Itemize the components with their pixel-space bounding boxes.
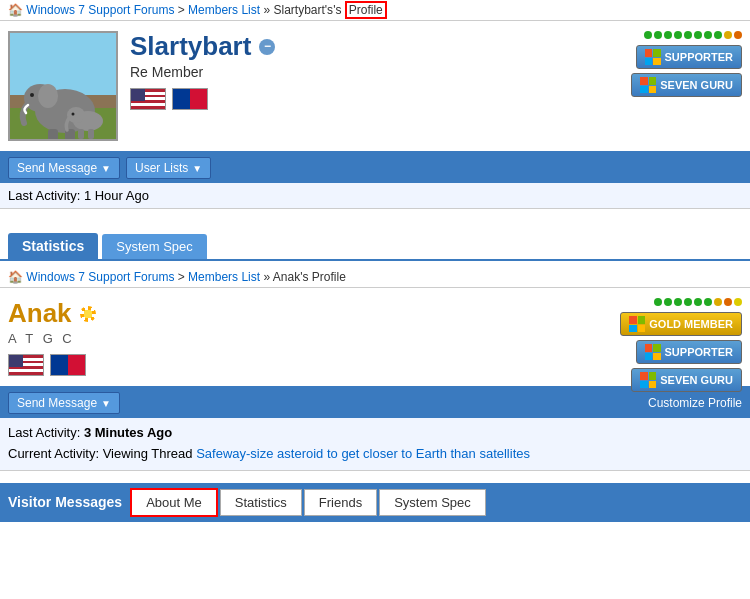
- send-message-arrow2: ▼: [101, 398, 111, 409]
- send-message-btn1[interactable]: Send Message ▼: [8, 157, 120, 179]
- send-message-arrow1: ▼: [101, 163, 111, 174]
- dot7: [704, 31, 712, 39]
- flag-pa1: [172, 88, 208, 110]
- customize-profile-btn[interactable]: Customize Profile: [648, 396, 742, 410]
- forum-link1[interactable]: Windows 7 Support Forums: [26, 3, 174, 17]
- win-icon-gm: [629, 316, 645, 332]
- svg-rect-12: [78, 129, 84, 139]
- visitor-section: Visitor Messages About Me Statistics Fri…: [0, 483, 750, 522]
- profile-crumb2: Anak's Profile: [273, 270, 346, 284]
- dot2-7: [714, 298, 722, 306]
- dot5: [684, 31, 692, 39]
- system-spec-tab[interactable]: System Spec: [102, 234, 207, 259]
- dot6: [694, 31, 702, 39]
- avatar1: [8, 31, 118, 141]
- members-link1[interactable]: Members List: [188, 3, 260, 17]
- tab-statistics[interactable]: Statistics: [220, 489, 302, 516]
- flag-pa2: [50, 354, 86, 376]
- profile-section2: Anak A T G C GOLD MEMBER: [0, 288, 750, 388]
- supporter-badge1[interactable]: SUPPORTER: [636, 45, 742, 69]
- rep-dots1: [642, 31, 742, 39]
- dot2: [654, 31, 662, 39]
- stats-label: Statistics: [8, 233, 98, 259]
- profile-name-crumb1: Slartybart's: [273, 3, 333, 17]
- dot9: [724, 31, 732, 39]
- breadcrumb1: 🏠 Windows 7 Support Forums > Members Lis…: [0, 0, 750, 21]
- flag-us2: [8, 354, 44, 376]
- svg-rect-13: [88, 129, 94, 139]
- dot10: [734, 31, 742, 39]
- dot2-6: [704, 298, 712, 306]
- svg-rect-6: [48, 129, 58, 141]
- home-icon2: 🏠: [8, 270, 23, 284]
- seven-guru-badge2[interactable]: SEVEN GURU: [631, 368, 742, 392]
- supporter-badge2[interactable]: SUPPORTER: [636, 340, 742, 364]
- svg-point-5: [38, 84, 58, 108]
- dot4: [674, 31, 682, 39]
- visitor-messages-label: Visitor Messages: [8, 494, 122, 510]
- win-icon-g2: [640, 372, 656, 388]
- win-icon-g1: [640, 77, 656, 93]
- activity-link[interactable]: Safeway-size asteroid to get closer to E…: [196, 446, 530, 461]
- badges-right1: SUPPORTER SEVEN GURU: [631, 31, 742, 97]
- flag-us1: [130, 88, 166, 110]
- profile-section1: Slartybart − Re Member: [0, 21, 750, 153]
- action-bar1: Send Message ▼ User Lists ▼: [0, 153, 750, 183]
- spin-icon2: [80, 306, 96, 322]
- tab-system-spec[interactable]: System Spec: [379, 489, 486, 516]
- status-icon1: −: [259, 39, 275, 55]
- tab-friends[interactable]: Friends: [304, 489, 377, 516]
- breadcrumb2: 🏠 Windows 7 Support Forums > Members Lis…: [0, 267, 750, 288]
- badges-right2: GOLD MEMBER SUPPORTER SEVEN GURU: [620, 298, 742, 392]
- tab-about-me[interactable]: About Me: [130, 488, 218, 517]
- send-message-btn2[interactable]: Send Message ▼: [8, 392, 120, 414]
- dot2-8: [724, 298, 732, 306]
- dot2-2: [664, 298, 672, 306]
- win-icon-s2: [645, 344, 661, 360]
- dot1: [644, 31, 652, 39]
- svg-point-8: [30, 93, 34, 97]
- stats-tabs: Statistics System Spec: [0, 225, 750, 259]
- profile-highlight1: Profile: [345, 1, 387, 19]
- dot8: [714, 31, 722, 39]
- user-lists-arrow1: ▼: [192, 163, 202, 174]
- dot2-1: [654, 298, 662, 306]
- dot3: [664, 31, 672, 39]
- action-bar2: Send Message ▼ Customize Profile: [0, 388, 750, 418]
- dot2-9: [734, 298, 742, 306]
- user-lists-btn1[interactable]: User Lists ▼: [126, 157, 211, 179]
- dot2-5: [694, 298, 702, 306]
- activity-bar2: Last Activity: 3 Minutes Ago Current Act…: [0, 418, 750, 471]
- dot2-3: [674, 298, 682, 306]
- win-icon-s1: [645, 49, 661, 65]
- members-link2[interactable]: Members List: [188, 270, 260, 284]
- forum-link2[interactable]: Windows 7 Support Forums: [26, 270, 174, 284]
- dot2-4: [684, 298, 692, 306]
- svg-point-11: [72, 113, 75, 116]
- rep-dots2: [642, 298, 742, 306]
- gold-member-badge[interactable]: GOLD MEMBER: [620, 312, 742, 336]
- home-icon1: 🏠: [8, 3, 23, 17]
- seven-guru-badge1[interactable]: SEVEN GURU: [631, 73, 742, 97]
- last-activity1: Last Activity: 1 Hour Ago: [0, 183, 750, 209]
- svg-point-10: [67, 107, 85, 123]
- divider1: [0, 259, 750, 261]
